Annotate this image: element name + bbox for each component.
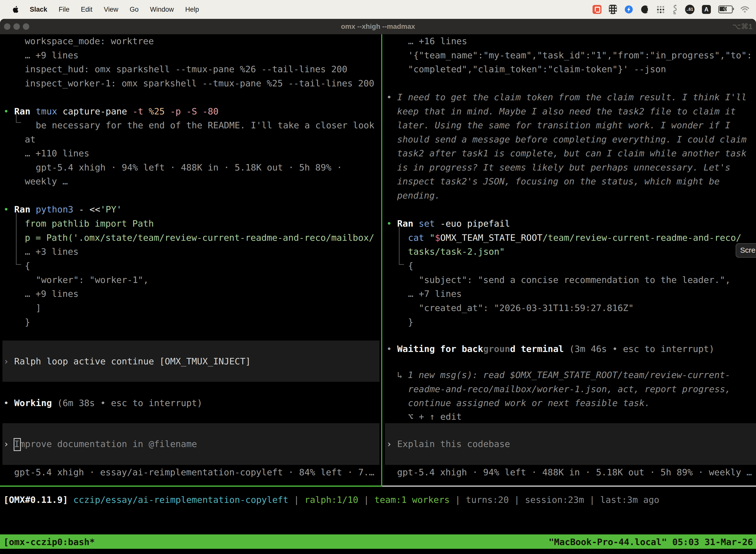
terminal-line: inspect task2's JSON, focusing on the st… — [397, 174, 719, 188]
terminal-line: continue assigned work or next feasible … — [408, 396, 650, 410]
right-pane-and-status: … +16 lines'{"team_name":"my-team","task… — [0, 0, 756, 554]
screen-tooltip: Scre — [736, 243, 756, 258]
terminal-line: { — [408, 259, 414, 273]
terminal-line: ↳ 1 new msg(s): read $OMX_TEAM_STATE_ROO… — [397, 368, 731, 382]
terminal-line: task2 after task1 is complete, but can I… — [397, 146, 747, 160]
terminal-line: "completed","claim_token":"claim-token"}… — [408, 62, 666, 76]
terminal-line: • Ran set -euo pipefail — [386, 216, 510, 231]
terminal-line: is in progress? It seems likely but perh… — [397, 160, 731, 174]
terminal-line: … +16 lines — [408, 34, 467, 48]
terminal-line: tasks/task-2.json" — [408, 244, 505, 259]
terminal-line: "created_at": "2026-03-31T11:59:27.816Z" — [419, 301, 634, 315]
terminal-line: [omx-cczip0:bash* — [3, 535, 95, 549]
terminal-line: } — [408, 315, 414, 329]
terminal-line: cat "$OMX_TEAM_STATE_ROOT/team/review-cu… — [408, 231, 741, 245]
terminal-line: • I need to get the claim token from the… — [386, 90, 747, 104]
terminal-line: [OMX#0.11.9] cczip/essay/ai-reimplementa… — [3, 493, 659, 507]
terminal-line: '{"team_name":"my-team","task_id":"1","f… — [408, 48, 752, 62]
screen: { "menu_bar": { "app": "Slack", "items":… — [0, 0, 756, 554]
terminal-line: • Waiting for background terminal (3m 46… — [386, 342, 714, 356]
text-cursor — [14, 438, 21, 451]
terminal-line: later. Using the same for transition mig… — [397, 118, 731, 132]
terminal-line: "subject": "send a concise recommendatio… — [419, 273, 731, 287]
terminal-line: ⌥ + ↑ edit — [408, 409, 462, 424]
terminal-line: keep that in mind. Maybe I also need the… — [397, 104, 736, 118]
terminal-line: pending. — [397, 188, 440, 203]
terminal-line: › Explain this codebase — [386, 437, 510, 451]
terminal-line: readme-and-reco/mailbox/worker-1.json, a… — [408, 382, 731, 396]
terminal-line: should send a message before completing … — [397, 132, 747, 147]
terminal-line: gpt-5.4 xhigh · 94% left · 488K in · 5.1… — [397, 465, 752, 479]
terminal-line: … +7 lines — [408, 287, 462, 301]
terminal-line: "MacBook-Pro-44.local" 05:03 31-Mar-26 — [549, 535, 753, 549]
